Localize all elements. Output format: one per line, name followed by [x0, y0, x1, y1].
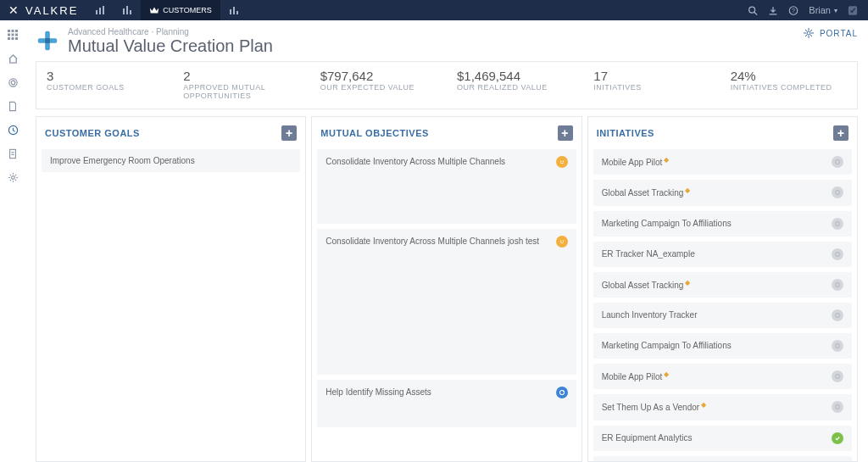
portal-link[interactable]: PORTAL: [803, 27, 858, 39]
initiative-text: Marketing Campaign To Affiliations: [602, 340, 732, 351]
flag-icon: ◆: [701, 401, 706, 409]
objective-card[interactable]: Help Identify Missing Assets: [317, 380, 576, 427]
barchart-icon: [95, 5, 105, 15]
initiative-card[interactable]: ER Tracker NA_example: [593, 242, 852, 267]
initiative-card[interactable]: Marketing Campaign To Affiliations: [593, 333, 852, 359]
breadcrumb-org[interactable]: Advanced Healthcare: [68, 27, 149, 36]
columns: CUSTOMER GOALS + Improve Emergency Room …: [36, 116, 858, 462]
svg-point-48: [836, 191, 840, 195]
svg-line-39: [810, 35, 812, 36]
add-initiative-button[interactable]: +: [833, 125, 849, 141]
status-badge-done-icon: [832, 432, 843, 444]
initiative-text: Global Asset Tracking◆: [602, 186, 691, 198]
svg-rect-21: [12, 37, 14, 40]
svg-rect-1: [99, 8, 101, 14]
svg-line-41: [805, 35, 807, 36]
metric-label: INITIATIVES: [593, 83, 709, 92]
svg-point-23: [8, 78, 16, 86]
metric-realized-value[interactable]: $1,469,544 OUR REALIZED VALUE: [447, 62, 583, 109]
svg-text:?: ?: [792, 8, 795, 14]
initiative-text: Marketing Campaign To Affiliations: [602, 218, 732, 229]
crown-icon: [149, 5, 159, 15]
breadcrumb-section[interactable]: Planning: [156, 27, 189, 36]
metric-customer-goals[interactable]: 3 CUSTOMER GOALS: [36, 62, 173, 109]
svg-rect-19: [15, 34, 18, 36]
home-icon[interactable]: [7, 53, 19, 64]
metric-label: OUR REALIZED VALUE: [457, 83, 573, 92]
brand-name: VALKRE: [25, 4, 78, 17]
apps-icon[interactable]: [7, 29, 19, 41]
metric-label: OUR EXPECTED VALUE: [320, 83, 437, 92]
initiative-card[interactable]: Inventory Tracker Pilot: [593, 456, 852, 461]
metric-label: APPROVED MUTUAL OPPORTUNITIES: [183, 83, 299, 100]
column-customer-goals: CUSTOMER GOALS + Improve Emergency Room …: [36, 116, 306, 462]
topnav-item-customers[interactable]: CUSTOMERS: [141, 0, 220, 20]
planning-icon[interactable]: [7, 124, 19, 136]
initiative-card[interactable]: Global Asset Tracking◆: [593, 180, 852, 205]
svg-point-55: [836, 405, 840, 409]
topnav-item-bars2[interactable]: [114, 0, 141, 20]
initiative-card[interactable]: Marketing Campaign To Affiliations: [593, 211, 852, 237]
target-icon[interactable]: [7, 76, 19, 88]
initiative-text: ER Tracker NA_example: [602, 248, 695, 259]
status-badge-empty-icon: [832, 279, 843, 291]
add-objective-button[interactable]: +: [558, 125, 573, 141]
topnav-item-bars3[interactable]: [220, 0, 248, 20]
metric-value: 3: [47, 69, 163, 83]
svg-point-44: [559, 240, 560, 241]
svg-line-38: [805, 30, 807, 31]
objective-text: Consolidate Inventory Across Multiple Ch…: [326, 236, 539, 247]
check-icon[interactable]: [848, 5, 858, 15]
search-icon[interactable]: [748, 5, 758, 15]
gear-icon[interactable]: [7, 171, 19, 183]
add-goal-button[interactable]: +: [281, 125, 297, 141]
document-icon[interactable]: [7, 100, 19, 112]
document2-icon[interactable]: [7, 148, 19, 159]
status-badge-empty-icon: [832, 156, 843, 168]
metric-value: 17: [593, 69, 709, 83]
initiative-text: Global Asset Tracking◆: [602, 279, 691, 291]
svg-rect-7: [233, 7, 235, 14]
initiative-text: Launch Inventory Tracker: [602, 309, 698, 320]
svg-point-33: [807, 31, 810, 35]
flag-icon: ◆: [664, 156, 669, 164]
svg-rect-15: [12, 30, 14, 32]
column-title: INITIATIVES: [597, 128, 654, 138]
initiative-card[interactable]: Set Them Up As a Vendor◆: [593, 394, 852, 420]
metric-initiatives-completed[interactable]: 24% INITIATIVES COMPLETED: [721, 62, 857, 109]
topbar: ✕ VALKRE CUSTOMERS: [0, 0, 868, 20]
column-initiatives: INITIATIVES + Mobile App Pilot◆Global As…: [587, 116, 858, 462]
initiative-card[interactable]: ER Equipment Analytics: [593, 426, 852, 451]
svg-point-54: [836, 375, 840, 379]
topnav-label-customers: CUSTOMERS: [163, 6, 211, 14]
barchart-icon: [229, 5, 239, 15]
initiative-card[interactable]: Global Asset Tracking◆: [593, 272, 852, 298]
user-name: Brian: [809, 5, 831, 15]
svg-rect-18: [12, 34, 14, 36]
metric-expected-value[interactable]: $797,642 OUR EXPECTED VALUE: [310, 62, 447, 109]
goal-card[interactable]: Improve Emergency Room Operations: [42, 149, 300, 172]
svg-point-24: [11, 81, 15, 85]
svg-rect-5: [130, 10, 131, 14]
initiative-card[interactable]: Mobile App Pilot◆: [593, 364, 852, 389]
main: Advanced Healthcare · Planning Mutual Va…: [25, 20, 868, 462]
metric-approved-opportunities[interactable]: 2 APPROVED MUTUAL OPPORTUNITIES: [173, 62, 309, 109]
svg-rect-20: [8, 37, 10, 40]
download-icon[interactable]: [768, 5, 778, 15]
objective-card[interactable]: Consolidate Inventory Across Multiple Ch…: [317, 149, 576, 224]
initiative-card[interactable]: Mobile App Pilot◆: [593, 149, 852, 175]
help-icon[interactable]: ?: [788, 5, 798, 15]
brand[interactable]: ✕ VALKRE: [0, 3, 86, 17]
column-mutual-objectives: MUTUAL OBJECTIVES + Consolidate Inventor…: [311, 116, 581, 462]
column-body: Consolidate Inventory Across Multiple Ch…: [312, 149, 581, 461]
objective-card[interactable]: Consolidate Inventory Across Multiple Ch…: [317, 229, 576, 375]
svg-rect-4: [126, 6, 128, 14]
portal-label: PORTAL: [820, 29, 858, 38]
user-menu[interactable]: Brian ▾: [809, 5, 837, 15]
topnav-item-bars[interactable]: [86, 0, 114, 20]
svg-point-49: [836, 221, 840, 225]
metric-initiatives[interactable]: 17 INITIATIVES: [583, 62, 720, 109]
flag-icon: ◆: [685, 279, 690, 287]
initiative-card[interactable]: Launch Inventory Tracker: [593, 303, 852, 328]
metric-label: INITIATIVES COMPLETED: [731, 83, 847, 92]
